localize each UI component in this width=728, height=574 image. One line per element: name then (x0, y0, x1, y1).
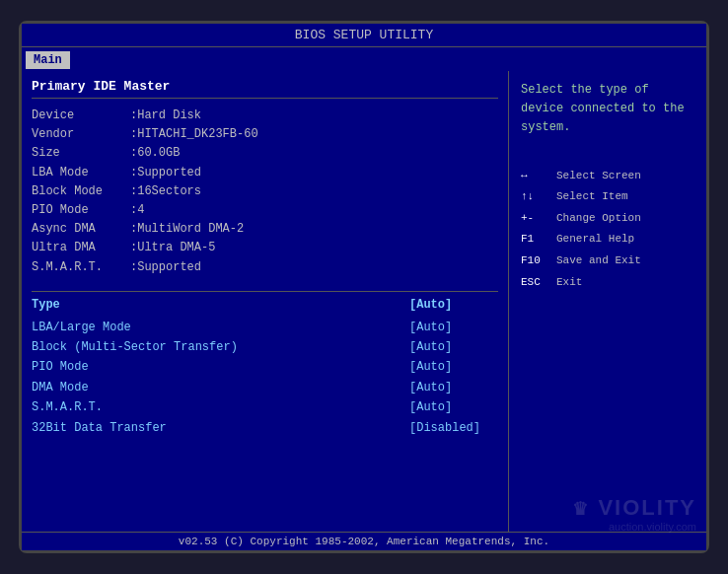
tabs-row: Main (22, 47, 706, 71)
help-row-f10: F10 Save and Exit (521, 252, 694, 270)
main-tab[interactable]: Main (26, 51, 70, 69)
value-async: :MultiWord DMA-2 (130, 220, 244, 239)
config-col-val: [Auto] (409, 298, 498, 312)
desc-esc: Exit (556, 274, 582, 292)
bios-title: BIOS SETUP UTILITY (22, 24, 706, 47)
info-row-block: Block Mode :16Sectors (32, 182, 498, 201)
footer: v02.53 (C) Copyright 1985-2002, American… (22, 532, 706, 550)
help-row-f1: F1 General Help (521, 231, 694, 249)
config-header: Type [Auto] (32, 298, 498, 314)
help-row-option: +- Change Option (521, 210, 694, 228)
label-ultra: Ultra DMA (32, 239, 130, 257)
config-row-block-transfer[interactable]: Block (Multi-Sector Transfer) [Auto] (32, 337, 498, 357)
value-device: :Hard Disk (130, 107, 201, 125)
config-row-32bit[interactable]: 32Bit Data Transfer [Disabled] (32, 418, 498, 438)
label-device: Device (32, 107, 130, 125)
info-row-size: Size :60.0GB (32, 144, 498, 163)
cfg-32bit-label: 32Bit Data Transfer (32, 418, 409, 438)
label-async: Async DMA (32, 220, 130, 239)
help-row-screen: ↔ Select Screen (521, 168, 694, 185)
value-size: :60.0GB (130, 144, 180, 163)
cfg-pio-label: PIO Mode (32, 357, 409, 377)
help-section: ↔ Select Screen ↑↓ Select Item +- Change… (521, 168, 694, 292)
key-arrows: ↔ (521, 168, 556, 185)
cfg-smart-label: S.M.A.R.T. (32, 397, 409, 417)
value-vendor: :HITACHI_DK23FB-60 (130, 125, 258, 144)
label-vendor: Vendor (32, 125, 130, 144)
label-lba: LBA Mode (32, 164, 130, 182)
desc-item: Select Item (556, 188, 628, 206)
key-plusminus: +- (521, 210, 556, 228)
laptop-frame: BIOS SETUP UTILITY Main Primary IDE Mast… (19, 21, 709, 553)
value-pio: :4 (130, 201, 144, 220)
main-content: Primary IDE Master Device :Hard Disk Ven… (22, 71, 706, 532)
cfg-32bit-val: [Disabled] (409, 418, 498, 438)
info-row-vendor: Vendor :HITACHI_DK23FB-60 (32, 125, 498, 144)
cfg-smart-val: [Auto] (409, 397, 498, 417)
config-row-pio-mode[interactable]: PIO Mode [Auto] (32, 357, 498, 377)
info-row-ultra: Ultra DMA :Ultra DMA-5 (32, 239, 498, 257)
cfg-lba-val: [Auto] (409, 318, 498, 337)
cfg-lba-label: LBA/Large Mode (32, 318, 409, 337)
desc-f1: General Help (556, 231, 634, 249)
value-ultra: :Ultra DMA-5 (130, 239, 215, 257)
value-block: :16Sectors (130, 182, 201, 201)
left-panel: Primary IDE Master Device :Hard Disk Ven… (22, 71, 509, 532)
bios-screen: BIOS SETUP UTILITY Main Primary IDE Mast… (22, 24, 706, 550)
info-row-smart: S.M.A.R.T. :Supported (32, 258, 498, 277)
config-row-dma[interactable]: DMA Mode [Auto] (32, 378, 498, 397)
help-description: Select the type of device connected to t… (521, 81, 694, 138)
config-col-name: Type (32, 298, 409, 312)
label-smart: S.M.A.R.T. (32, 258, 130, 277)
cfg-pio-val: [Auto] (409, 357, 498, 377)
key-updown: ↑↓ (521, 188, 556, 206)
key-esc: ESC (521, 274, 556, 292)
cfg-dma-label: DMA Mode (32, 378, 409, 397)
help-row-item: ↑↓ Select Item (521, 188, 694, 206)
cfg-block-label: Block (Multi-Sector Transfer) (32, 337, 409, 357)
device-info-table: Device :Hard Disk Vendor :HITACHI_DK23FB… (32, 107, 498, 277)
section-title: Primary IDE Master (32, 79, 498, 99)
value-lba: :Supported (130, 164, 201, 182)
bios-title-text: BIOS SETUP UTILITY (295, 28, 433, 42)
desc-screen: Select Screen (556, 168, 641, 185)
divider (32, 291, 498, 292)
right-panel: Select the type of device connected to t… (509, 71, 706, 532)
config-row-smart-cfg[interactable]: S.M.A.R.T. [Auto] (32, 397, 498, 417)
help-row-esc: ESC Exit (521, 274, 694, 292)
config-table: Type [Auto] LBA/Large Mode [Auto] Block … (32, 298, 498, 438)
desc-option: Change Option (556, 210, 641, 228)
label-block: Block Mode (32, 182, 130, 201)
info-row-lba: LBA Mode :Supported (32, 164, 498, 182)
info-row-device: Device :Hard Disk (32, 107, 498, 125)
label-size: Size (32, 144, 130, 163)
cfg-dma-val: [Auto] (409, 378, 498, 397)
cfg-block-val: [Auto] (409, 337, 498, 357)
key-f1: F1 (521, 231, 556, 249)
footer-text: v02.53 (C) Copyright 1985-2002, American… (179, 536, 549, 547)
key-f10: F10 (521, 252, 556, 270)
desc-f10: Save and Exit (556, 252, 641, 270)
info-row-async: Async DMA :MultiWord DMA-2 (32, 220, 498, 239)
info-row-pio: PIO Mode :4 (32, 201, 498, 220)
label-pio: PIO Mode (32, 201, 130, 220)
value-smart: :Supported (130, 258, 201, 277)
config-row-lba[interactable]: LBA/Large Mode [Auto] (32, 318, 498, 337)
